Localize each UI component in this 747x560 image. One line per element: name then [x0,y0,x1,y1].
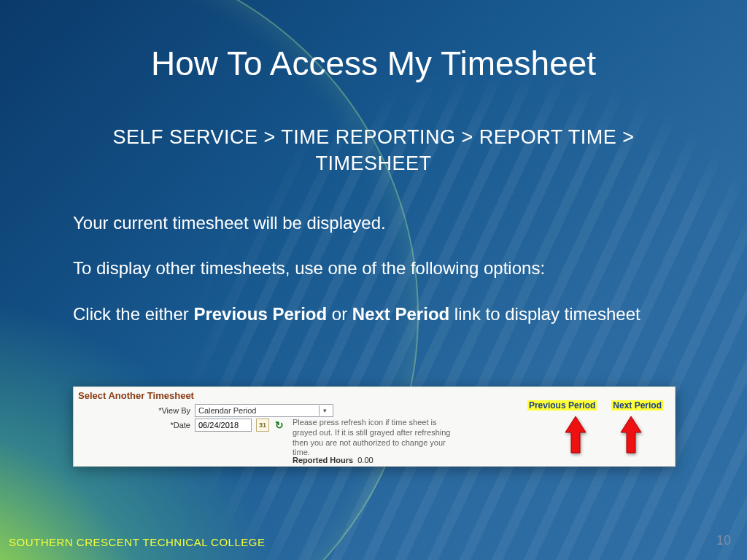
previous-period-link[interactable]: Previous Period [527,400,597,411]
refresh-icon[interactable]: ↻ [274,419,285,431]
chevron-down-icon: ▾ [319,405,330,416]
timesheet-panel: Select Another Timesheet *View By Calend… [73,386,676,467]
help-note: Please press refresh icon if time sheet … [293,418,453,458]
view-by-value: Calendar Period [198,406,257,415]
view-by-label: *View By [139,406,190,415]
paragraph-options: To display other timesheets, use one of … [73,257,689,280]
reported-hours: Reported Hours 0.00 [293,456,374,464]
text-fragment: or [327,304,352,324]
slide-title: How To Access My Timesheet [0,44,747,83]
text-fragment: Click the either [73,304,193,324]
paragraph-current: Your current timesheet will be displayed… [73,211,689,235]
reported-hours-label: Reported Hours [293,456,353,464]
body-text: Your current timesheet will be displayed… [73,211,689,348]
next-period-link[interactable]: Next Period [611,400,663,411]
emphasis-next-period: Next Period [352,304,449,324]
period-links: Previous Period Next Period [527,400,663,411]
arrow-icon [618,415,644,456]
footer-org: SOUTHERN CRESCENT TECHNICAL COLLEGE [9,536,265,548]
paragraph-instruction: Click the either Previous Period or Next… [73,303,689,326]
text-fragment: link to display timesheet [449,304,640,324]
view-by-select[interactable]: Calendar Period ▾ [195,404,333,417]
breadcrumb-path: SELF SERVICE > TIME REPORTING > REPORT T… [73,124,674,177]
arrow-icon [562,415,589,456]
date-input[interactable] [195,419,252,432]
emphasis-previous-period: Previous Period [193,304,327,324]
slide: How To Access My Timesheet SELF SERVICE … [0,0,747,560]
calendar-icon[interactable]: 31 [256,419,269,432]
date-label: *Date [139,421,190,429]
page-number: 10 [716,533,731,548]
reported-hours-value: 0.00 [357,456,373,464]
